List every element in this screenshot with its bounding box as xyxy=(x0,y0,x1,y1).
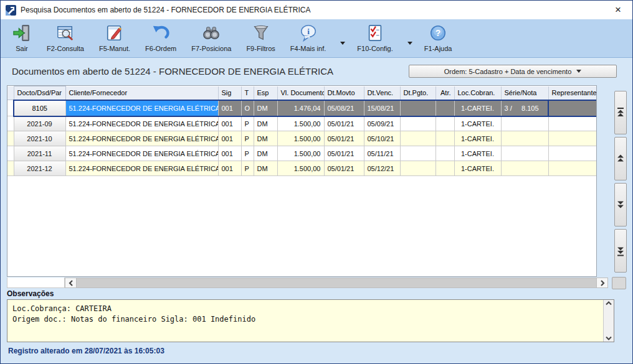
cell-serienota[interactable] xyxy=(501,146,548,161)
table-row[interactable]: 2021-11 51.224-FORNECEDOR DE ENERGIA ELÉ… xyxy=(7,146,596,161)
page-up-button[interactable] xyxy=(614,137,627,180)
cell-dtvenc[interactable]: 15/08/21 xyxy=(364,100,400,116)
table-row-selected[interactable]: 8105 51.224-FORNECEDOR DE ENERGIA ELÉTRI… xyxy=(7,100,596,116)
cell-cliente[interactable]: 51.224-FORNECEDOR DE ENERGIA ELÉTRICA xyxy=(65,161,218,176)
cell-loccobran[interactable]: 1-CARTEI. xyxy=(454,161,501,176)
cell-t[interactable]: P xyxy=(241,146,254,161)
config-dropdown-arrow[interactable] xyxy=(407,40,413,45)
f2-consulta-button[interactable]: F2-Consulta xyxy=(44,22,87,54)
cell-dtmovto[interactable]: 05/01/21 xyxy=(324,116,364,131)
column-header[interactable]: T xyxy=(241,86,254,100)
cell-representante[interactable] xyxy=(548,100,596,116)
go-last-record-button[interactable] xyxy=(614,229,627,273)
cell-docto[interactable]: 2021-09 xyxy=(14,116,65,131)
cell-serienota[interactable] xyxy=(501,161,548,176)
f5-manut-button[interactable]: F5-Manut. xyxy=(97,22,133,54)
cell-cliente[interactable]: 51.224-FORNECEDOR DE ENERGIA ELÉTRICA xyxy=(65,146,218,161)
f1-ajuda-button[interactable]: ? F1-Ajuda xyxy=(422,22,455,54)
close-icon[interactable]: × xyxy=(609,1,627,19)
f9-filtros-button[interactable]: F9-Filtros xyxy=(244,22,277,54)
column-header[interactable]: Docto/Dsd/Par xyxy=(14,86,65,100)
order-dropdown-button[interactable]: Ordem: 5-Cadastro + Data de vencimento xyxy=(409,65,617,78)
column-header[interactable]: Esp xyxy=(254,86,277,100)
f10-config-button[interactable]: F10-Config. xyxy=(355,22,395,54)
cell-valor[interactable]: 1.500,00 xyxy=(277,161,324,176)
cell-esp[interactable]: DM xyxy=(254,161,277,176)
cell-docto[interactable]: 8105 xyxy=(14,100,65,116)
cell-t[interactable]: P xyxy=(241,131,254,146)
cell-dtpgto[interactable] xyxy=(400,100,435,116)
cell-dtvenc[interactable]: 05/12/21 xyxy=(364,161,400,176)
column-header[interactable]: Dt.Venc. xyxy=(364,86,400,100)
cell-t[interactable]: P xyxy=(241,161,254,176)
cell-sig[interactable]: 001 xyxy=(218,146,241,161)
cell-esp[interactable]: DM xyxy=(254,100,277,116)
hscroll-thumb[interactable] xyxy=(76,278,597,287)
cell-loccobran[interactable]: 1-CARTEI. xyxy=(454,146,501,161)
cell-cliente[interactable]: 51.224-FORNECEDOR DE ENERGIA ELÉTRICA xyxy=(65,116,218,131)
cell-dtmovto[interactable]: 05/01/21 xyxy=(324,131,364,146)
page-down-button[interactable] xyxy=(614,183,627,226)
cell-dtpgto[interactable] xyxy=(400,116,435,131)
cell-esp[interactable]: DM xyxy=(254,116,277,131)
cell-docto[interactable]: 2021-11 xyxy=(14,146,65,161)
cell-valor[interactable]: 1.500,00 xyxy=(277,146,324,161)
column-header[interactable]: Série/Nota xyxy=(501,86,548,100)
cell-dtvenc[interactable]: 05/10/21 xyxy=(364,131,400,146)
cell-serienota[interactable] xyxy=(501,116,548,131)
cell-t[interactable]: O xyxy=(241,100,254,116)
table-row[interactable]: 2021-09 51.224-FORNECEDOR DE ENERGIA ELÉ… xyxy=(7,116,596,131)
f6-ordem-button[interactable]: F6-Ordem xyxy=(143,22,179,54)
cell-representante[interactable] xyxy=(548,161,596,176)
cell-valor[interactable]: 1.500,00 xyxy=(277,131,324,146)
column-header[interactable]: Dt.Pgto. xyxy=(400,86,435,100)
cell-dtvenc[interactable]: 05/09/21 xyxy=(364,116,400,131)
cell-cliente[interactable]: 51.224-FORNECEDOR DE ENERGIA ELÉTRICA xyxy=(65,131,218,146)
observations-box[interactable]: Loc.Cobrança: CARTEIRA Origem doc.: Nota… xyxy=(7,299,614,342)
scroll-right-icon[interactable] xyxy=(597,278,607,287)
cell-loccobran[interactable]: 1-CARTEI. xyxy=(454,131,501,146)
column-header[interactable]: Dt.Movto xyxy=(324,86,364,100)
cell-dtpgto[interactable] xyxy=(400,146,435,161)
cell-t[interactable]: P xyxy=(241,116,254,131)
column-header[interactable]: Cliente/Fornecedor xyxy=(65,86,218,100)
cell-sig[interactable]: 001 xyxy=(218,131,241,146)
column-header[interactable]: Sig xyxy=(218,86,241,100)
cell-loccobran[interactable]: 1-CARTEI. xyxy=(454,116,501,131)
table-row[interactable]: 2021-10 51.224-FORNECEDOR DE ENERGIA ELÉ… xyxy=(7,131,596,146)
cell-valor[interactable]: 1.476,04 xyxy=(277,100,324,116)
cell-dtmovto[interactable]: 05/01/21 xyxy=(324,161,364,176)
cell-loccobran[interactable]: 1-CARTEI. xyxy=(454,100,501,116)
cell-representante[interactable] xyxy=(548,116,596,131)
cell-sig[interactable]: 001 xyxy=(218,116,241,131)
cell-dtmovto[interactable]: 05/01/21 xyxy=(324,146,364,161)
horizontal-scrollbar[interactable] xyxy=(65,278,608,288)
cell-dtmovto[interactable]: 05/08/21 xyxy=(324,100,364,116)
scroll-left-icon[interactable] xyxy=(65,278,76,287)
cell-atr[interactable] xyxy=(435,161,454,176)
f7-posiciona-button[interactable]: F7-Posiciona xyxy=(189,22,234,54)
cell-atr[interactable] xyxy=(435,100,454,116)
cell-esp[interactable]: DM xyxy=(254,146,277,161)
cell-esp[interactable]: DM xyxy=(254,131,277,146)
sair-button[interactable]: Sair xyxy=(9,22,34,54)
column-header[interactable]: Atr. xyxy=(435,86,454,100)
table-row[interactable]: 2021-12 51.224-FORNECEDOR DE ENERGIA ELÉ… xyxy=(7,161,596,176)
cell-sig[interactable]: 001 xyxy=(218,100,241,116)
cell-dtpgto[interactable] xyxy=(400,131,435,146)
cell-serienota[interactable] xyxy=(501,131,548,146)
cell-serienota[interactable]: 3 / 8.105 xyxy=(501,100,548,116)
cell-cliente[interactable]: 51.224-FORNECEDOR DE ENERGIA ELÉTRICA xyxy=(65,100,218,116)
cell-valor[interactable]: 1.500,00 xyxy=(277,116,324,131)
mais-inf-dropdown-arrow[interactable] xyxy=(340,40,346,45)
cell-dtvenc[interactable]: 05/11/21 xyxy=(364,146,400,161)
cell-docto[interactable]: 2021-10 xyxy=(14,131,65,146)
cell-representante[interactable] xyxy=(548,146,596,161)
cell-sig[interactable]: 001 xyxy=(218,161,241,176)
cell-atr[interactable] xyxy=(435,146,454,161)
cell-dtpgto[interactable] xyxy=(400,161,435,176)
cell-atr[interactable] xyxy=(435,116,454,131)
cell-atr[interactable] xyxy=(435,131,454,146)
column-header[interactable]: Vl. Documento xyxy=(277,86,324,100)
f4-mais-inf-button[interactable]: i F4-Mais inf. xyxy=(288,22,328,54)
